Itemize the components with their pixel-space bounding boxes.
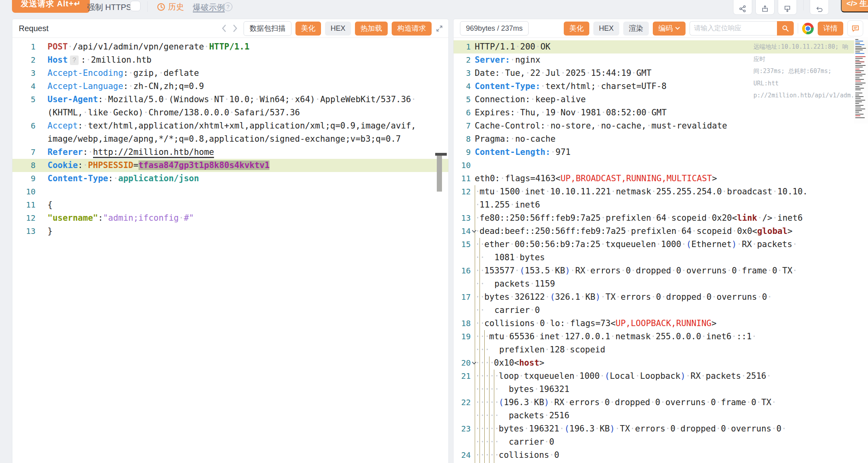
line-number: 14 xyxy=(454,225,475,238)
line-number: 6 xyxy=(12,119,48,133)
code-line: 7Cache-Control:·no-store,·no-cache,·must… xyxy=(454,119,868,133)
code-line: 12·mtu·1500·inet·10.10.11.221·netmask·25… xyxy=(454,185,868,198)
line-number: 7 xyxy=(454,119,475,133)
code-line: 3Accept-Encoding:·gzip,·deflate xyxy=(12,67,448,80)
code-line: ·· 1081·bytes xyxy=(454,251,868,264)
hot-reload-button[interactable]: 热加载 xyxy=(355,22,388,36)
line-number xyxy=(454,409,475,422)
code-line: 7Referer:·http://2million.htb/home xyxy=(12,146,448,159)
code-line: ····· bytes·196321 xyxy=(454,383,868,396)
request-panel: Request 数据包扫描 美化 HEX 热加载 构造请求 1POST·/api… xyxy=(12,19,449,463)
share-button[interactable] xyxy=(733,0,752,15)
blast-example-link[interactable]: 爆破示例 xyxy=(193,2,225,13)
line-number: 19 xyxy=(454,330,475,343)
encode-dropdown-button[interactable]: 编码 xyxy=(653,22,686,36)
scrollbar-thumb[interactable] xyxy=(437,156,442,192)
response-hex-button[interactable]: HEX xyxy=(593,22,619,36)
scrollbar-annotation-mark xyxy=(435,153,447,156)
history-button[interactable]: 历史 xyxy=(157,2,184,12)
response-beautify-button[interactable]: 美化 xyxy=(564,22,589,36)
code-line: 8Pragma:·no-cache xyxy=(454,133,868,146)
code-line: 9Content-Type:·application/json xyxy=(12,172,448,185)
build-request-button[interactable]: 构造请求 xyxy=(392,22,432,36)
line-number: 4 xyxy=(12,80,48,93)
line-number: 2 xyxy=(454,53,475,67)
line-number xyxy=(454,251,475,264)
code-line: 1POST·/api/v1/admin/vpn/generate·HTTP/1.… xyxy=(12,40,448,53)
line-number: 13 xyxy=(454,212,475,225)
details-button[interactable]: 详情 xyxy=(818,22,843,36)
response-render-button[interactable]: 渲染 xyxy=(623,22,649,36)
history-label: 历史 xyxy=(168,2,184,12)
line-number: 21 xyxy=(454,370,475,383)
search-input[interactable] xyxy=(690,21,777,36)
code-line: 13} xyxy=(12,225,448,238)
line-number: 1 xyxy=(454,40,475,53)
fold-icon[interactable] xyxy=(472,230,477,233)
fold-icon[interactable] xyxy=(472,361,477,365)
code-line: 15··ether·00:50:56:b9:7a:25·txqueuelen·1… xyxy=(454,238,868,251)
generate-yaml-button[interactable]: </> 生成 Yaml xyxy=(841,0,868,12)
chrome-icon[interactable] xyxy=(802,23,814,34)
share-icon xyxy=(739,5,747,13)
code-line: 22·····(196.3·KB)·RX·errors·0·dropped·0·… xyxy=(454,396,868,409)
code-line: ··· prefixlen·128·scopeid xyxy=(454,343,868,356)
code-line: 12"username":"admin;ifconfig·#" xyxy=(12,212,448,225)
search-icon xyxy=(782,25,789,32)
force-https-checkbox[interactable] xyxy=(130,1,141,11)
line-number: 4 xyxy=(454,80,475,93)
line-number xyxy=(454,383,475,396)
line-number: 8 xyxy=(12,159,48,172)
code-line: image/webp,image/apng,*/*;q=0.8,applicat… xyxy=(12,133,448,146)
beautify-button[interactable]: 美化 xyxy=(295,22,321,36)
response-panel-header: 969bytes / 237ms 美化 HEX 渲染 编码 详情 xyxy=(454,19,868,38)
header-divider xyxy=(798,23,798,34)
clock-icon xyxy=(157,3,165,11)
help-icon[interactable]: ? xyxy=(224,2,232,11)
hex-button[interactable]: HEX xyxy=(325,22,351,36)
search-button[interactable] xyxy=(777,21,794,36)
chevron-left-icon[interactable] xyxy=(221,24,227,32)
chat-button[interactable] xyxy=(847,20,863,36)
line-number: 24 xyxy=(454,449,475,462)
chevron-right-icon[interactable] xyxy=(232,24,238,32)
import-icon xyxy=(783,5,791,13)
code-line: ·· carrier·0 xyxy=(454,304,868,317)
response-search xyxy=(690,21,794,36)
undo-button[interactable] xyxy=(810,0,829,15)
encode-label: 编码 xyxy=(658,24,673,33)
line-number xyxy=(454,343,475,356)
line-number: 18 xyxy=(454,317,475,330)
export-button[interactable] xyxy=(755,0,775,15)
line-number xyxy=(454,277,475,291)
line-number xyxy=(12,106,48,119)
line-number: 10 xyxy=(12,185,48,198)
code-line: 18··collisions·0·lo:·flags=73<UP,LOOPBAC… xyxy=(454,317,868,330)
minimap[interactable] xyxy=(854,38,868,124)
send-request-button[interactable]: 发送请求 Alt+↵ xyxy=(12,0,90,13)
line-number: 7 xyxy=(12,146,48,159)
force-https-label: 强制 HTTPS xyxy=(87,2,131,13)
line-number: 11 xyxy=(454,172,475,185)
fullscreen-icon[interactable] xyxy=(436,25,443,32)
code-line: 10 xyxy=(454,159,868,172)
toolbar-divider-2 xyxy=(803,0,804,10)
code-line: ·· packets·1159 xyxy=(454,277,868,291)
line-number: 17 xyxy=(454,291,475,304)
line-number: 13 xyxy=(12,225,48,238)
code-line: 9Content-Length:·971 xyxy=(454,146,868,159)
response-editor[interactable]: 1HTTP/1.1·200·OK2Server:·nginx3Date:·Tue… xyxy=(454,38,868,463)
line-number: 5 xyxy=(12,93,48,106)
line-number xyxy=(454,435,475,449)
code-line: 11eth0:·flags=4163<UP,BROADCAST,RUNNING,… xyxy=(454,172,868,185)
export-icon xyxy=(761,5,769,13)
code-line: 2Host?:·2million.htb xyxy=(12,53,448,67)
packet-scan-button[interactable]: 数据包扫描 xyxy=(244,21,291,36)
code-line: 21·····loop·txqueuelen·1000·(Local·Loopb… xyxy=(454,370,868,383)
line-number: 8 xyxy=(454,133,475,146)
line-number xyxy=(454,304,475,317)
import-button[interactable] xyxy=(778,0,797,15)
request-editor[interactable]: 1POST·/api/v1/admin/vpn/generate·HTTP/1.… xyxy=(12,38,448,463)
code-line: 4Accept-Language:·zh-CN,zh;q=0.9 xyxy=(12,80,448,93)
line-number: 11 xyxy=(12,198,48,212)
